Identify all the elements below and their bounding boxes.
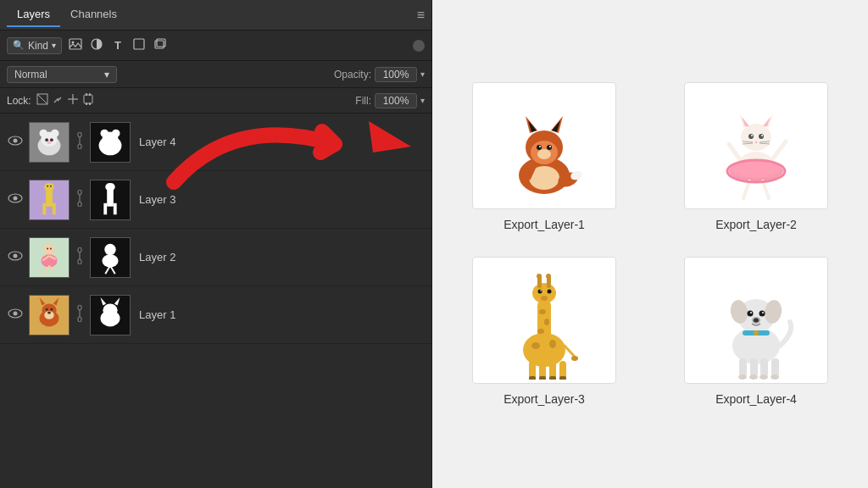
layer-2-name: Layer 2 xyxy=(139,251,175,263)
layer-2-mask xyxy=(90,237,131,278)
opacity-input[interactable]: 100% xyxy=(375,67,417,82)
fill-control: Fill: 100% ▾ xyxy=(355,93,425,108)
svg-point-100 xyxy=(539,146,541,147)
layer-1-visibility-icon[interactable] xyxy=(7,308,24,323)
image-filter-icon[interactable] xyxy=(67,37,84,53)
svg-line-125 xyxy=(729,144,739,158)
filter-bar: 🔍 Kind ▾ T xyxy=(0,30,431,61)
panel-menu-icon[interactable]: ≡ xyxy=(417,8,425,23)
svg-rect-151 xyxy=(539,376,546,380)
smart-filter-icon[interactable] xyxy=(152,37,169,53)
export-thumb-4 xyxy=(684,257,828,384)
layer-4-chain-icon[interactable] xyxy=(75,132,85,152)
layers-list: Layer 4 xyxy=(0,114,431,488)
lock-artboard-icon[interactable] xyxy=(82,93,94,108)
layer-item-2[interactable]: Layer 2 xyxy=(0,229,431,286)
layer-4-visibility-icon[interactable] xyxy=(7,135,24,150)
svg-point-145 xyxy=(549,340,556,348)
layer-4-name: Layer 4 xyxy=(139,136,175,148)
svg-point-165 xyxy=(754,319,759,323)
export-grid: Export_Layer-1 xyxy=(455,82,845,406)
svg-point-155 xyxy=(571,356,578,361)
svg-point-60 xyxy=(50,247,52,249)
svg-rect-153 xyxy=(559,376,566,380)
svg-point-49 xyxy=(105,182,115,191)
svg-point-163 xyxy=(762,312,764,313)
blend-mode-bar: Normal ▾ Opacity: 100% ▾ xyxy=(0,61,431,88)
panel-tab-bar: Layers Channels ≡ xyxy=(0,0,431,30)
svg-point-39 xyxy=(44,182,54,191)
type-filter-icon[interactable]: T xyxy=(109,39,126,52)
lock-bar: Lock: Fill: 100% ▾ xyxy=(0,88,431,114)
blend-mode-select[interactable]: Normal ▾ xyxy=(7,66,117,83)
svg-rect-26 xyxy=(78,144,81,149)
svg-point-141 xyxy=(539,309,546,314)
svg-point-87 xyxy=(103,303,117,316)
svg-rect-25 xyxy=(78,132,81,137)
export-label-4: Export_Layer-4 xyxy=(715,392,797,406)
tab-layers[interactable]: Layers xyxy=(7,3,60,27)
svg-rect-168 xyxy=(739,358,747,377)
svg-point-103 xyxy=(537,149,551,159)
adjustment-filter-icon[interactable] xyxy=(88,37,105,53)
svg-point-81 xyxy=(47,311,51,313)
fill-input[interactable]: 100% xyxy=(375,93,417,108)
fill-dropdown-arrow[interactable]: ▾ xyxy=(420,96,425,105)
svg-point-140 xyxy=(541,296,548,301)
svg-rect-0 xyxy=(70,39,81,49)
layer-item-3[interactable]: Layer 3 xyxy=(0,171,431,229)
svg-rect-171 xyxy=(771,358,779,377)
svg-point-101 xyxy=(549,146,551,147)
svg-point-98 xyxy=(537,145,542,150)
svg-point-161 xyxy=(760,311,765,317)
export-thumb-1 xyxy=(472,82,616,209)
layer-1-name: Layer 1 xyxy=(139,308,175,321)
svg-point-59 xyxy=(47,247,48,249)
svg-rect-169 xyxy=(750,358,758,377)
lock-icons-group xyxy=(36,93,94,108)
export-thumb-2 xyxy=(684,82,828,209)
lock-pixels-icon[interactable] xyxy=(52,93,64,108)
svg-point-167 xyxy=(754,330,759,336)
export-thumb-3 xyxy=(472,257,616,384)
lock-transparent-icon[interactable] xyxy=(36,93,48,108)
svg-rect-150 xyxy=(529,376,536,380)
layer-3-visibility-icon[interactable] xyxy=(7,192,24,208)
svg-point-79 xyxy=(46,308,48,310)
layer-item-4[interactable]: Layer 4 xyxy=(0,114,431,171)
layer-3-mask xyxy=(90,180,131,220)
svg-point-34 xyxy=(14,196,18,200)
layer-1-chain-icon[interactable] xyxy=(75,305,85,325)
svg-point-175 xyxy=(771,374,779,380)
svg-point-172 xyxy=(738,374,747,380)
svg-rect-61 xyxy=(78,247,81,252)
svg-rect-10 xyxy=(84,95,92,103)
tab-channels[interactable]: Channels xyxy=(60,3,127,27)
svg-point-160 xyxy=(748,311,754,317)
opacity-dropdown-arrow[interactable]: ▾ xyxy=(420,69,425,79)
layer-2-visibility-icon[interactable] xyxy=(7,250,24,265)
svg-point-24 xyxy=(47,141,52,144)
svg-line-7 xyxy=(37,94,47,104)
layer-2-chain-icon[interactable] xyxy=(75,247,85,268)
svg-rect-14 xyxy=(89,103,91,105)
lock-position-icon[interactable] xyxy=(67,93,79,108)
kind-filter-select[interactable]: 🔍 Kind ▾ xyxy=(7,37,62,54)
svg-point-119 xyxy=(761,135,763,136)
shape-filter-icon[interactable] xyxy=(131,37,147,53)
svg-rect-38 xyxy=(53,202,56,214)
svg-rect-13 xyxy=(86,103,87,105)
svg-rect-47 xyxy=(103,202,107,214)
filter-toggle[interactable] xyxy=(413,40,425,52)
svg-rect-48 xyxy=(114,202,117,214)
layer-3-chain-icon[interactable] xyxy=(75,190,85,210)
svg-point-137 xyxy=(538,290,542,294)
svg-point-72 xyxy=(14,311,18,315)
layer-1-thumbnail xyxy=(29,295,70,336)
svg-point-138 xyxy=(548,290,552,294)
svg-point-32 xyxy=(112,129,120,137)
svg-point-1 xyxy=(72,42,75,44)
export-item-1: Export_Layer-1 xyxy=(455,82,633,231)
svg-rect-12 xyxy=(89,93,91,96)
layer-item-1[interactable]: Layer 1 xyxy=(0,286,431,344)
